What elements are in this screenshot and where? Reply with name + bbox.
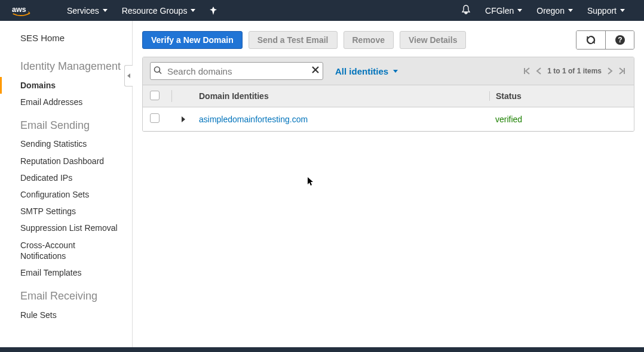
region-menu[interactable]: Oregon [529,0,580,21]
remove-button[interactable]: Remove [344,31,394,49]
sidebar-section-receiving: Email Receiving [0,281,132,307]
pager-range: 1 to 1 of 1 items [547,67,602,75]
close-icon [311,66,320,74]
sidebar-collapse-handle[interactable] [124,65,133,87]
pager-first-button[interactable] [522,67,530,75]
sidebar-item-domains[interactable]: Domains [0,77,132,94]
refresh-icon [585,35,596,45]
support-menu[interactable]: Support [580,0,632,21]
bell-icon [461,5,471,14]
sidebar-item-rule-sets[interactable]: Rule Sets [0,307,132,323]
svg-point-3 [155,67,160,72]
select-all-checkbox[interactable] [150,91,160,100]
services-label: Services [67,6,99,16]
pager-prev-button[interactable] [535,67,542,75]
search-input[interactable] [150,62,323,80]
column-domain[interactable]: Domain Identities [195,91,489,101]
view-details-button[interactable]: View Details [400,31,466,49]
sidebar-item-dedicated-ips[interactable]: Dedicated IPs [0,169,132,186]
sidebar-item-templates[interactable]: Email Templates [0,264,132,281]
chevron-down-icon [103,9,108,12]
pin-shortcut[interactable] [203,0,224,21]
account-menu[interactable]: CFGlen [478,0,529,21]
chevron-down-icon [620,9,625,12]
page-last-icon [618,67,627,75]
chevron-down-icon [393,70,398,73]
status-value: verified [489,115,627,124]
region-label: Oregon [536,6,565,16]
resource-groups-label: Resource Groups [122,6,188,16]
help-icon: ? [615,35,625,45]
account-label: CFGlen [485,6,514,16]
table-header: Domain Identities Status [143,85,634,107]
services-menu[interactable]: Services [60,0,115,21]
pager-last-button[interactable] [618,67,627,75]
support-label: Support [587,6,617,16]
sidebar-item-config-sets[interactable]: Configuration Sets [0,186,132,203]
column-status[interactable]: Status [489,91,627,101]
refresh-button[interactable] [576,31,605,49]
search-wrap [150,62,323,80]
panel-header: All identities 1 to 1 of 1 items [143,57,634,85]
sidebar-home[interactable]: SES Home [0,29,132,51]
sidebar-section-sending: Email Sending [0,110,132,136]
svg-text:aws: aws [12,5,26,13]
resource-groups-menu[interactable]: Resource Groups [115,0,203,21]
notifications-button[interactable] [454,5,478,16]
chevron-left-icon [127,73,130,78]
pager-next-button[interactable] [606,67,614,75]
expand-row-button[interactable] [182,116,185,122]
verify-domain-button[interactable]: Verify a New Domain [142,31,243,49]
identity-filter-dropdown[interactable]: All identities [335,66,398,76]
chevron-right-icon [606,67,614,75]
top-nav: aws Services Resource Groups CFGlen Oreg… [0,0,644,21]
page-first-icon [522,67,530,75]
chevron-down-icon [191,9,195,12]
toolbar-icon-group: ? [576,30,634,50]
sidebar-section-identity: Identity Management [0,51,132,77]
send-test-button[interactable]: Send a Test Email [249,31,338,49]
sidebar: SES Home Identity Management Domains Ema… [0,21,133,352]
sidebar-item-smtp[interactable]: SMTP Settings [0,203,132,220]
footer-bar [0,347,644,352]
domains-panel: All identities 1 to 1 of 1 items [142,57,634,132]
sidebar-item-sending-stats[interactable]: Sending Statistics [0,135,132,152]
pin-icon [210,7,217,15]
row-checkbox[interactable] [150,113,160,123]
sidebar-item-email-addresses[interactable]: Email Addresses [0,94,132,110]
toolbar: Verify a New Domain Send a Test Email Re… [142,30,634,50]
identity-filter-label: All identities [335,66,388,76]
pager: 1 to 1 of 1 items [522,67,627,75]
aws-logo[interactable]: aws [12,5,42,17]
svg-line-4 [160,72,162,74]
domain-link[interactable]: asimpledomainfortesting.com [199,115,308,124]
main-content: Verify a New Domain Send a Test Email Re… [133,21,644,352]
chevron-left-icon [535,67,542,75]
table-row: asimpledomainfortesting.com verified [143,107,634,131]
chevron-down-icon [517,9,522,12]
sidebar-item-suppression[interactable]: Suppression List Removal [0,220,132,236]
sidebar-item-reputation[interactable]: Reputation Dashboard [0,153,132,169]
sidebar-item-cross-account[interactable]: Cross-Account Notifications [0,237,132,264]
svg-text:?: ? [618,36,622,44]
clear-search-button[interactable] [311,66,320,76]
help-button[interactable]: ? [605,31,634,49]
chevron-down-icon [568,9,573,12]
search-icon [154,66,162,76]
